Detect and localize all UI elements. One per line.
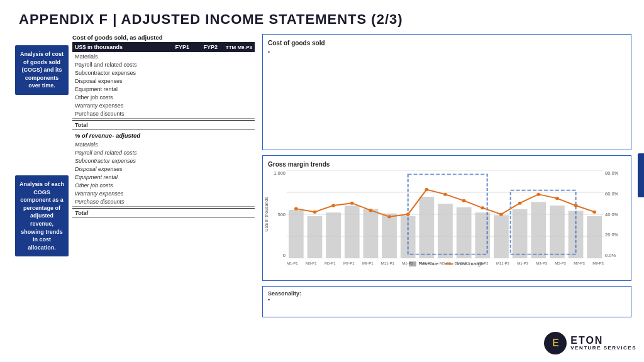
svg-point-24: [294, 207, 298, 211]
table-row: Materials: [72, 52, 255, 60]
svg-point-38: [555, 197, 559, 200]
svg-rect-6: [308, 216, 323, 258]
gm-chart-box: Gross margin trends 1,000 500 0 US$ in t…: [262, 155, 631, 281]
table-row: Subcontractor expenses: [72, 69, 255, 77]
svg-rect-17: [513, 209, 528, 258]
page-title: APPENDIX F | ADJUSTED INCOME STATEMENTS …: [0, 0, 644, 34]
table-row: Other job costs: [72, 181, 255, 189]
trend-box: Trends in gross margin performance and s…: [638, 153, 644, 197]
seasonality-box: Seasonality: •: [262, 286, 631, 317]
table-row: Other job costs: [72, 93, 255, 101]
svg-point-32: [443, 193, 447, 196]
table-row: Payroll and related costs: [72, 60, 255, 69]
svg-point-30: [406, 212, 410, 216]
table1-title: Cost of goods sold, as adjusted: [72, 34, 255, 41]
table-row: Payroll and related costs: [72, 148, 255, 156]
table-row: Materials: [72, 140, 255, 148]
svg-point-29: [387, 215, 391, 218]
svg-rect-5: [289, 210, 304, 258]
table-row: Warranty expenses: [72, 101, 255, 109]
svg-point-37: [536, 193, 540, 196]
eton-logo: E ETON VENTURE SERVICES: [544, 332, 636, 354]
svg-rect-14: [457, 207, 472, 258]
chart1-box: Cost of goods sold •: [262, 34, 631, 150]
svg-rect-13: [438, 204, 453, 258]
svg-rect-8: [345, 206, 360, 258]
svg-point-28: [369, 209, 372, 212]
sidebar-box-1: Analysis of cost of goods sold (COGS) an…: [15, 45, 69, 95]
svg-point-40: [592, 211, 596, 214]
svg-rect-12: [419, 197, 434, 258]
table2-section-header: % of revenue- adjusted: [72, 129, 255, 140]
svg-rect-18: [531, 202, 546, 258]
svg-rect-7: [326, 212, 341, 258]
svg-point-39: [574, 204, 578, 207]
table-row: Purchase discounts: [72, 109, 255, 118]
svg-rect-16: [494, 215, 509, 258]
table-row-total2: Total: [72, 208, 255, 217]
svg-rect-19: [550, 206, 565, 258]
table-row: Warranty expenses: [72, 189, 255, 197]
chart1-bullet: •: [268, 49, 626, 55]
table-row-total: Total: [72, 120, 255, 129]
svg-point-31: [425, 188, 428, 191]
sidebar-box-2: Analysis of each COGS component as a per…: [15, 175, 69, 256]
table-row: Disposal expenses: [72, 77, 255, 85]
svg-point-35: [499, 212, 503, 216]
svg-point-27: [350, 202, 354, 205]
eton-circle: E: [544, 332, 567, 354]
table-row: Equipment rental: [72, 173, 255, 181]
seasonality-label: Seasonality:: [268, 290, 301, 297]
chart1-title: Cost of goods sold: [268, 40, 626, 47]
seasonality-bullet: •: [268, 297, 270, 303]
svg-point-34: [480, 206, 484, 209]
eton-name: ETON: [570, 335, 636, 346]
gm-chart-title: Gross margin trends: [268, 161, 626, 168]
eton-subtitle: VENTURE SERVICES: [570, 346, 636, 351]
table-row: Equipment rental: [72, 85, 255, 93]
svg-point-33: [462, 199, 466, 202]
table-row: Subcontractor expenses: [72, 156, 255, 165]
svg-rect-21: [587, 216, 602, 258]
table-row: Purchase discounts: [72, 197, 255, 206]
svg-point-26: [331, 204, 335, 207]
svg-rect-9: [364, 209, 379, 258]
table1-header: US$ in thousands FYP1 FYP2 TTM M9-P3: [72, 42, 255, 52]
table-row: Disposal expenses: [72, 165, 255, 173]
svg-rect-10: [382, 214, 397, 258]
svg-point-36: [518, 202, 522, 205]
svg-point-25: [313, 211, 317, 214]
